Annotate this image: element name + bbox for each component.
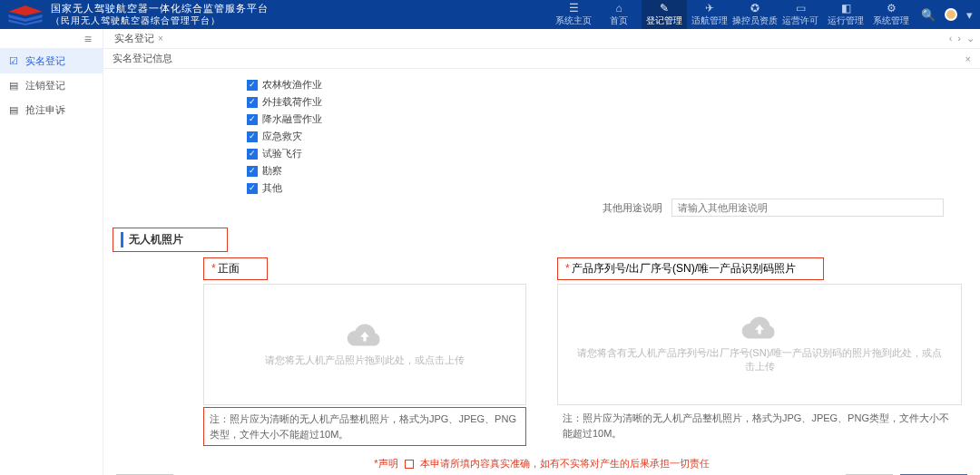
list-icon: ▤ (9, 80, 20, 92)
nav-operating-license[interactable]: ▭运营许可 (778, 0, 823, 29)
tab-realname[interactable]: 实名登记 × (109, 29, 169, 48)
photo-section-title: 无人机照片 (121, 232, 183, 247)
checkbox[interactable]: ✓ (247, 114, 258, 125)
badge-icon: ✪ (750, 3, 760, 14)
nav-home[interactable]: ⌂首页 (596, 0, 642, 29)
nav-operation-management[interactable]: ◧运行管理 (823, 0, 868, 29)
cloud-upload-icon (741, 315, 778, 341)
panel-close-icon[interactable]: × (965, 53, 971, 64)
cloud-upload-icon (347, 323, 383, 348)
checkbox-row: ✓应急救灾 (247, 130, 971, 143)
ops-icon: ◧ (841, 3, 851, 14)
sidebar: ≡ ☑ 实名登记 ▤ 注销登记 ▤ 抢注申诉 (0, 29, 103, 475)
required-mark: * (565, 262, 570, 275)
sidebar-item-realname[interactable]: ☑ 实名登记 (0, 49, 103, 73)
upload-serial-label: 产品序列号/出厂序号(SN)/唯一产品识别码照片 (572, 262, 796, 275)
tab-close-icon[interactable]: × (158, 34, 163, 44)
sidebar-item-label: 抢注申诉 (25, 103, 65, 117)
list-icon: ▤ (9, 104, 20, 116)
edit-icon: ✎ (660, 3, 669, 14)
tab-nav-controls: ‹ › ⌄ (949, 33, 975, 44)
upload-serial-hint: 请您将含有无人机产品序列号/出厂序号(SN)/唯一产品识别码的照片拖到此处，或点… (576, 346, 943, 373)
checklist-icon: ☑ (9, 55, 20, 67)
checkbox-row: ✓勘察 (247, 164, 971, 178)
upload-front-hint: 请您将无人机产品照片拖到此处，或点击上传 (265, 354, 465, 367)
checkbox-row: ✓降水融雪作业 (247, 112, 971, 126)
upload-front-column: *正面 请您将无人机产品照片拖到此处，或点击上传 注：照片应为清晰的无人机产品整… (113, 257, 526, 446)
checkbox[interactable]: ✓ (247, 149, 258, 160)
upload-front-label: 正面 (218, 262, 240, 275)
top-header: 国家无人驾驶航空器一体化综合监管服务平台 （民用无人驾驶航空器综合管理平台） ☰… (0, 0, 980, 29)
chevron-down-icon[interactable]: ▾ (966, 8, 973, 22)
logo-block: 国家无人驾驶航空器一体化综合监管服务平台 （民用无人驾驶航空器综合管理平台） (7, 3, 269, 25)
nav-registration[interactable]: ✎登记管理 (642, 0, 687, 29)
upload-serial-dropzone[interactable]: 请您将含有无人机产品序列号/出厂序号(SN)/唯一产品识别码的照片拖到此处，或点… (557, 284, 962, 405)
nav-airworthiness[interactable]: ✈适航管理 (687, 0, 732, 29)
tab-scroll-left-icon[interactable]: ‹ (949, 33, 953, 44)
declaration-checkbox[interactable] (405, 460, 414, 469)
plane-icon: ✈ (705, 3, 714, 14)
declaration-label: *声明 (374, 458, 397, 469)
tab-dropdown-icon[interactable]: ⌄ (966, 33, 975, 44)
upload-serial-label-box: *产品序列号/出厂序号(SN)/唯一产品识别码照片 (557, 257, 824, 280)
title-line-1: 国家无人驾驶航空器一体化综合监管服务平台 (51, 3, 269, 15)
upload-serial-note: 注：照片应为清晰的无人机产品整机照片，格式为JPG、JPEG、PNG类型，文件大… (557, 407, 962, 444)
checkbox-row: ✓农林牧渔作业 (247, 78, 971, 92)
upload-front-dropzone[interactable]: 请您将无人机产品照片拖到此处，或点击上传 (203, 284, 526, 405)
sidebar-item-cancel-reg[interactable]: ▤ 注销登记 (0, 73, 103, 98)
nav-system-management[interactable]: ⚙系统管理 (868, 0, 914, 29)
photo-section-header: 无人机照片 (113, 228, 228, 252)
site-logo-icon (7, 4, 44, 25)
checkbox[interactable]: ✓ (247, 97, 258, 108)
main: 实名登记 × ‹ › ⌄ 实名登记信息 × ✓农林牧渔作业 ✓外挂载荷作业 ✓降… (103, 29, 980, 475)
panel-title: 实名登记信息 (113, 52, 172, 65)
tab-label: 实名登记 (114, 32, 154, 45)
usage-checkbox-group: ✓农林牧渔作业 ✓外挂载荷作业 ✓降水融雪作业 ✓应急救灾 ✓试验飞行 ✓勘察 … (247, 78, 971, 195)
upload-front-note: 注：照片应为清晰的无人机产品整机照片，格式为JPG、JPEG、PNG类型，文件大… (203, 407, 526, 446)
tab-bar: 实名登记 × ‹ › ⌄ (103, 29, 980, 49)
top-nav: ☰系统主页 ⌂首页 ✎登记管理 ✈适航管理 ✪操控员资质 ▭运营许可 ◧运行管理… (551, 0, 914, 29)
home-icon: ⌂ (615, 3, 622, 14)
search-icon[interactable]: 🔍 (921, 8, 936, 22)
avatar[interactable] (945, 8, 957, 21)
other-use-label: 其他用途说明 (603, 201, 662, 215)
body: ≡ ☑ 实名登记 ▤ 注销登记 ▤ 抢注申诉 实名登记 × ‹ › ⌄ (0, 29, 980, 475)
menu-icon: ☰ (569, 3, 579, 14)
nav-operator-qualification[interactable]: ✪操控员资质 (732, 0, 778, 29)
sidebar-item-label: 实名登记 (25, 54, 65, 68)
panel-title-bar: 实名登记信息 × (103, 49, 980, 69)
checkbox-row: ✓试验飞行 (247, 147, 971, 160)
content-area: ✓农林牧渔作业 ✓外挂载荷作业 ✓降水融雪作业 ✓应急救灾 ✓试验飞行 ✓勘察 … (103, 69, 980, 475)
upload-row: *正面 请您将无人机产品照片拖到此处，或点击上传 注：照片应为清晰的无人机产品整… (113, 257, 971, 446)
checkbox-row: ✓外挂载荷作业 (247, 95, 971, 109)
required-mark: * (211, 262, 216, 275)
title-line-2: （民用无人驾驶航空器综合管理平台） (51, 15, 269, 26)
checkbox[interactable]: ✓ (247, 183, 258, 194)
sidebar-item-appeal[interactable]: ▤ 抢注申诉 (0, 98, 103, 122)
tab-scroll-right-icon[interactable]: › (957, 33, 961, 44)
upload-front-label-box: *正面 (203, 257, 268, 280)
declaration-row: *声明 本申请所填内容真实准确，如有不实将对产生的后果承担一切责任 (113, 457, 971, 470)
other-use-row: 其他用途说明 (603, 199, 971, 217)
gear-icon: ⚙ (887, 3, 897, 14)
nav-system-home[interactable]: ☰系统主页 (551, 0, 596, 29)
declaration-text: 本申请所填内容真实准确，如有不实将对产生的后果承担一切责任 (420, 458, 710, 469)
checkbox-row: ✓其他 (247, 181, 971, 195)
header-title: 国家无人驾驶航空器一体化综合监管服务平台 （民用无人驾驶航空器综合管理平台） (51, 3, 269, 25)
header-right: 🔍 ▾ (921, 8, 973, 22)
svg-marker-0 (8, 5, 42, 15)
sidebar-item-label: 注销登记 (25, 79, 65, 92)
upload-serial-column: *产品序列号/出厂序号(SN)/唯一产品识别码照片 请您将含有无人机产品序列号/… (557, 257, 971, 446)
checkbox[interactable]: ✓ (247, 131, 258, 142)
sidebar-collapse-icon[interactable]: ≡ (0, 29, 103, 49)
checkbox[interactable]: ✓ (247, 80, 258, 91)
other-use-input[interactable] (671, 199, 944, 217)
checkbox[interactable]: ✓ (247, 166, 258, 177)
license-icon: ▭ (796, 3, 806, 14)
